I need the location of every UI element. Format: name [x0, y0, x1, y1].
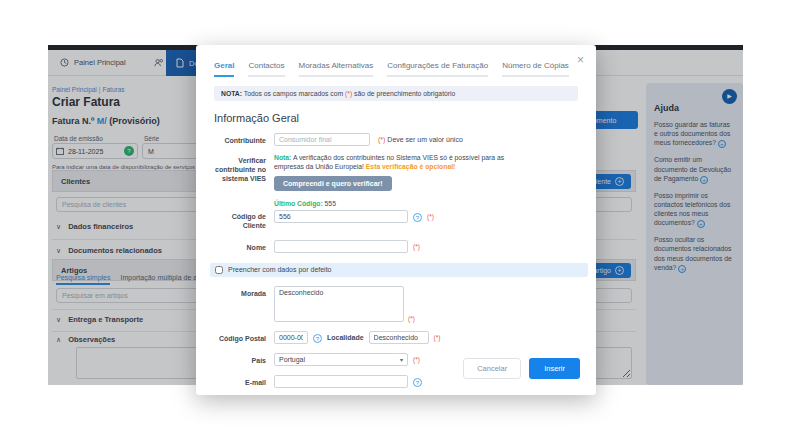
question-circle-icon[interactable]: ?	[413, 213, 422, 222]
nome-label: Nome	[210, 240, 266, 252]
email-input[interactable]	[274, 375, 408, 388]
modal-footer: Cancelar Inserir	[463, 358, 580, 379]
cancel-button[interactable]: Cancelar	[463, 358, 521, 379]
question-circle-icon[interactable]: ?	[413, 378, 422, 387]
note-text: Todos os campos marcados com	[242, 90, 345, 97]
postal-label: Código Postal	[210, 331, 266, 343]
vies-note-prefix: Nota:	[274, 154, 291, 161]
contribuinte-input[interactable]	[274, 133, 370, 146]
required-marker: (*)	[408, 315, 415, 322]
required-marker: (*)	[413, 356, 420, 363]
field-row-vies: Verificar contribuinte no sistema VIES N…	[210, 153, 578, 191]
modal-tabs: Geral Contactos Moradas Alternativas Con…	[214, 61, 578, 77]
pais-select[interactable]: Portugal ▾	[274, 353, 408, 366]
note-text: são de preenchimento obrigatório	[352, 90, 455, 97]
client-create-modal: × Geral Contactos Moradas Alternativas C…	[196, 45, 596, 395]
fill-defaults-row: Preencher com dados por defeito	[210, 263, 588, 277]
client-code-label: Código de Cliente	[210, 200, 266, 230]
modal-section-title: Informação Geral	[214, 112, 578, 124]
field-row-client-code: Código de Cliente Último Código: 555 ? (…	[210, 200, 578, 230]
tab-geral[interactable]: Geral	[214, 61, 234, 77]
morada-textarea[interactable]: Desconhecido	[274, 286, 404, 322]
required-marker: (*)	[413, 243, 420, 250]
client-code-input[interactable]	[274, 210, 408, 223]
hint-text: Deve ser um valor único	[385, 136, 462, 143]
field-row-postal: Código Postal ? Localidade (*)	[210, 331, 578, 344]
vies-content: Nota: A verificação dos contribuintes no…	[274, 153, 514, 191]
tab-moradas-alternativas[interactable]: Moradas Alternativas	[299, 61, 374, 77]
question-circle-icon[interactable]: ?	[313, 334, 322, 343]
vies-verify-button[interactable]: Compreendi e quero verificar!	[274, 176, 392, 191]
field-row-morada: Morada Desconhecido (*)	[210, 286, 578, 322]
last-code-label: Último Código:	[274, 200, 323, 207]
tab-configuracoes-faturacao[interactable]: Configurações de Faturação	[387, 61, 488, 77]
required-marker: (*)	[427, 213, 434, 220]
tab-numero-copias[interactable]: Número de Cópias	[502, 61, 569, 77]
required-fields-note: NOTA: Todos os campos marcados com (*) s…	[214, 86, 578, 101]
morada-label: Morada	[210, 286, 266, 298]
fill-defaults-checkbox[interactable]	[215, 266, 223, 274]
required-marker: (*)	[434, 334, 441, 341]
postal-input[interactable]	[274, 331, 308, 344]
insert-button[interactable]: Inserir	[529, 358, 580, 379]
contribuinte-hint: (*) Deve ser um valor único	[378, 133, 463, 143]
contribuinte-label: Contribuinte	[210, 133, 266, 145]
last-code-value: 555	[323, 200, 336, 207]
localidade-label: Localidade	[327, 334, 364, 341]
field-row-contribuinte: Contribuinte (*) Deve ser um valor único	[210, 133, 578, 146]
field-row-nome: Nome (*)	[210, 240, 578, 253]
email-label: E-mail	[210, 375, 266, 387]
vies-note-emphasis: Esta verificação é opcional!	[366, 163, 456, 170]
pais-value: Portugal	[279, 356, 305, 363]
vies-label: Verificar contribuinte no sistema VIES	[210, 153, 266, 183]
client-code-content: Último Código: 555 ? (*)	[274, 200, 434, 223]
nome-input[interactable]	[274, 240, 408, 253]
last-code-line: Último Código: 555	[274, 200, 434, 207]
localidade-input[interactable]	[369, 331, 429, 344]
note-prefix: NOTA:	[221, 90, 242, 97]
vies-note: Nota: A verificação dos contribuintes no…	[274, 153, 514, 171]
tab-contactos[interactable]: Contactos	[248, 61, 284, 77]
chevron-down-icon: ▾	[400, 356, 403, 363]
pais-label: País	[210, 353, 266, 365]
screenshot-canvas: Painel Principal Tabelas ∨ Documentos Pa…	[0, 0, 800, 443]
close-icon[interactable]: ×	[577, 53, 584, 67]
fill-defaults-label: Preencher com dados por defeito	[228, 266, 332, 273]
